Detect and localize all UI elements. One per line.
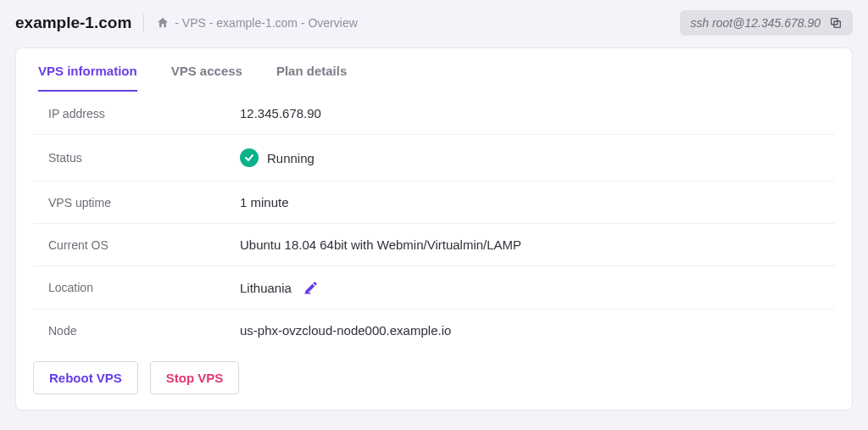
tab-plan-details[interactable]: Plan details [276, 48, 347, 92]
row-status: Status Running [33, 135, 835, 181]
row-node: Node us-phx-ovzcloud-node000.example.io [33, 310, 835, 351]
copy-icon[interactable] [829, 16, 843, 30]
row-location: Location Lithuania [33, 266, 835, 310]
reboot-button[interactable]: Reboot VPS [33, 361, 138, 394]
value-location: Lithuania [240, 280, 319, 295]
edit-icon[interactable] [303, 280, 319, 295]
value-status: Running [240, 148, 314, 167]
breadcrumb-text: - VPS - example-1.com - Overview [175, 16, 358, 30]
ssh-command-text: ssh root@12.345.678.90 [690, 16, 821, 30]
label-status: Status [33, 151, 240, 165]
svg-rect-2 [304, 293, 310, 294]
row-ip: IP address 12.345.678.90 [33, 92, 835, 135]
tabs: VPS information VPS access Plan details [16, 48, 852, 92]
home-icon[interactable] [156, 16, 170, 30]
value-node: us-phx-ovzcloud-node000.example.io [240, 323, 451, 338]
action-buttons: Reboot VPS Stop VPS [16, 351, 852, 394]
top-bar: example-1.com - VPS - example-1.com - Ov… [0, 0, 868, 42]
value-uptime: 1 minute [240, 195, 289, 209]
stop-button[interactable]: Stop VPS [150, 361, 240, 394]
row-uptime: VPS uptime 1 minute [33, 181, 835, 224]
label-ip: IP address [33, 107, 240, 120]
vps-card: VPS information VPS access Plan details … [15, 47, 853, 410]
status-text: Running [267, 151, 314, 165]
value-ip: 12.345.678.90 [240, 106, 321, 120]
breadcrumb: - VPS - example-1.com - Overview [156, 16, 358, 30]
ssh-command-box: ssh root@12.345.678.90 [680, 10, 853, 36]
label-location: Location [33, 281, 240, 294]
site-title: example-1.com [15, 14, 131, 32]
divider [143, 14, 144, 32]
label-uptime: VPS uptime [33, 196, 240, 209]
tab-vps-access[interactable]: VPS access [171, 48, 242, 92]
check-icon [240, 148, 259, 167]
info-rows: IP address 12.345.678.90 Status Running … [16, 92, 852, 351]
row-os: Current OS Ubuntu 18.04 64bit with Webmi… [33, 224, 835, 266]
label-os: Current OS [33, 238, 240, 252]
label-node: Node [33, 324, 240, 338]
value-os: Ubuntu 18.04 64bit with Webmin/Virtualmi… [240, 237, 521, 252]
tab-vps-information[interactable]: VPS information [38, 48, 137, 92]
location-text: Lithuania [240, 281, 292, 295]
